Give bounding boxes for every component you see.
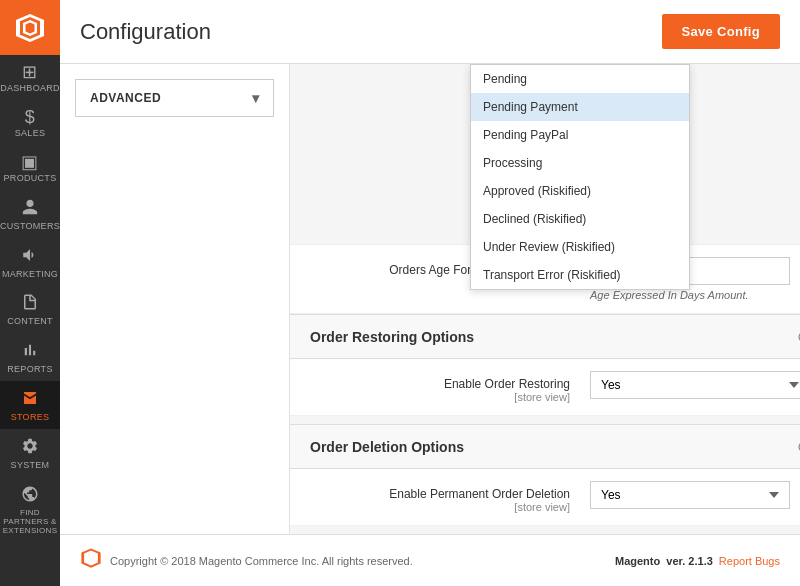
report-bugs-link[interactable]: Report Bugs bbox=[719, 555, 780, 567]
marketing-icon bbox=[21, 246, 39, 267]
enable-restoring-text: Enable Order Restoring bbox=[310, 377, 570, 391]
main-area: Configuration Save Config ADVANCED ▾ Pen… bbox=[60, 0, 800, 586]
enable-restoring-sublabel: [store view] bbox=[310, 391, 570, 403]
find-partners-icon bbox=[21, 485, 39, 506]
deletion-section-title: Order Deletion Options bbox=[310, 439, 464, 455]
sidebar-item-label: Content bbox=[7, 317, 53, 327]
dropdown-item-under-review-riskified[interactable]: Under Review (Riskified) bbox=[471, 233, 689, 261]
products-icon: ▣ bbox=[21, 153, 38, 171]
left-nav-panel: ADVANCED ▾ bbox=[60, 64, 290, 534]
advanced-label: ADVANCED bbox=[90, 91, 161, 105]
content-icon bbox=[21, 293, 39, 314]
reports-icon bbox=[21, 341, 39, 362]
dropdown-item-pending[interactable]: Pending bbox=[471, 65, 689, 93]
dropdown-item-transport-error[interactable]: Transport Error (Riskified) bbox=[471, 261, 689, 289]
enable-restoring-select[interactable]: Yes No bbox=[590, 371, 800, 399]
chevron-down-icon: ▾ bbox=[252, 90, 260, 106]
archive-hint: Age Expressed In Days Amount. bbox=[590, 289, 800, 301]
magento-label: Magento bbox=[615, 555, 660, 567]
dashboard-icon: ⊞ bbox=[22, 63, 37, 81]
sidebar-item-label: Marketing bbox=[2, 270, 58, 280]
sidebar-item-label: Stores bbox=[11, 413, 50, 423]
sidebar-item-system[interactable]: System bbox=[0, 429, 60, 477]
enable-deletion-text: Enable Permanent Order Deletion bbox=[310, 487, 570, 501]
sidebar-item-customers[interactable]: Customers bbox=[0, 190, 60, 238]
enable-deletion-sublabel: [store view] bbox=[310, 501, 570, 513]
enable-deletion-control: Yes No bbox=[590, 481, 800, 509]
dropdown-item-pending-payment[interactable]: Pending Payment bbox=[471, 93, 689, 121]
sidebar-item-find-partners[interactable]: Find Partners & Extensions bbox=[0, 477, 60, 541]
sidebar-item-label: System bbox=[11, 461, 50, 471]
dropdown-item-approved-riskified[interactable]: Approved (Riskified) bbox=[471, 177, 689, 205]
main-config-panel: Pending Pending Payment Pending PayPal P… bbox=[290, 64, 800, 534]
page-header: Configuration Save Config bbox=[60, 0, 800, 64]
magento-version: Magento ver. 2.1.3 bbox=[615, 555, 713, 567]
page-title: Configuration bbox=[80, 19, 211, 45]
customers-icon bbox=[21, 198, 39, 219]
dropdown-item-declined-riskified[interactable]: Declined (Riskified) bbox=[471, 205, 689, 233]
sidebar-item-label: Find Partners & Extensions bbox=[3, 509, 58, 535]
restoring-section-header[interactable]: Order Restoring Options ⊖ bbox=[290, 314, 800, 359]
footer-logo-icon bbox=[80, 547, 102, 574]
advanced-dropdown[interactable]: ADVANCED ▾ bbox=[75, 79, 274, 117]
save-config-button[interactable]: Save Config bbox=[662, 14, 780, 49]
restoring-section-title: Order Restoring Options bbox=[310, 329, 474, 345]
enable-deletion-select[interactable]: Yes No bbox=[590, 481, 790, 509]
magento-version-number: ver. 2.1.3 bbox=[666, 555, 713, 567]
sidebar-item-label: Reports bbox=[7, 365, 52, 375]
enable-deletion-row: Enable Permanent Order Deletion [store v… bbox=[290, 469, 800, 526]
footer-right: Magento ver. 2.1.3 Report Bugs bbox=[615, 555, 780, 567]
sidebar-item-products[interactable]: ▣ Products bbox=[0, 145, 60, 190]
sidebar-item-label: Sales bbox=[15, 129, 46, 139]
sidebar-item-content[interactable]: Content bbox=[0, 285, 60, 333]
page-footer: Copyright © 2018 Magento Commerce Inc. A… bbox=[60, 534, 800, 586]
sidebar-item-stores[interactable]: Stores bbox=[0, 381, 60, 429]
dropdown-item-pending-paypal[interactable]: Pending PayPal bbox=[471, 121, 689, 149]
enable-restoring-row: Enable Order Restoring [store view] Yes … bbox=[290, 359, 800, 416]
sidebar-item-marketing[interactable]: Marketing bbox=[0, 238, 60, 286]
enable-restoring-label: Enable Order Restoring [store view] bbox=[310, 371, 590, 403]
footer-copyright: Copyright © 2018 Magento Commerce Inc. A… bbox=[110, 555, 413, 567]
deletion-section-header[interactable]: Order Deletion Options ⊖ bbox=[290, 424, 800, 469]
stores-icon bbox=[21, 389, 39, 410]
system-icon bbox=[21, 437, 39, 458]
content-area: ADVANCED ▾ Pending Pending Payment Pendi… bbox=[60, 64, 800, 534]
enable-deletion-label: Enable Permanent Order Deletion [store v… bbox=[310, 481, 590, 513]
sidebar-item-label: Products bbox=[4, 174, 57, 184]
sidebar-logo[interactable] bbox=[0, 0, 60, 55]
sidebar-item-label: Customers bbox=[0, 222, 60, 232]
enable-restoring-control: Yes No bbox=[590, 371, 800, 399]
sidebar-item-dashboard[interactable]: ⊞ Dashboard bbox=[0, 55, 60, 100]
dropdown-item-processing[interactable]: Processing bbox=[471, 149, 689, 177]
sidebar-item-reports[interactable]: Reports bbox=[0, 333, 60, 381]
sidebar: ⊞ Dashboard $ Sales ▣ Products Customers… bbox=[0, 0, 60, 586]
status-dropdown-overlay: Pending Pending Payment Pending PayPal P… bbox=[470, 64, 690, 290]
sales-icon: $ bbox=[25, 108, 35, 126]
footer-left: Copyright © 2018 Magento Commerce Inc. A… bbox=[80, 547, 413, 574]
sidebar-item-label: Dashboard bbox=[0, 84, 60, 94]
sidebar-item-sales[interactable]: $ Sales bbox=[0, 100, 60, 145]
